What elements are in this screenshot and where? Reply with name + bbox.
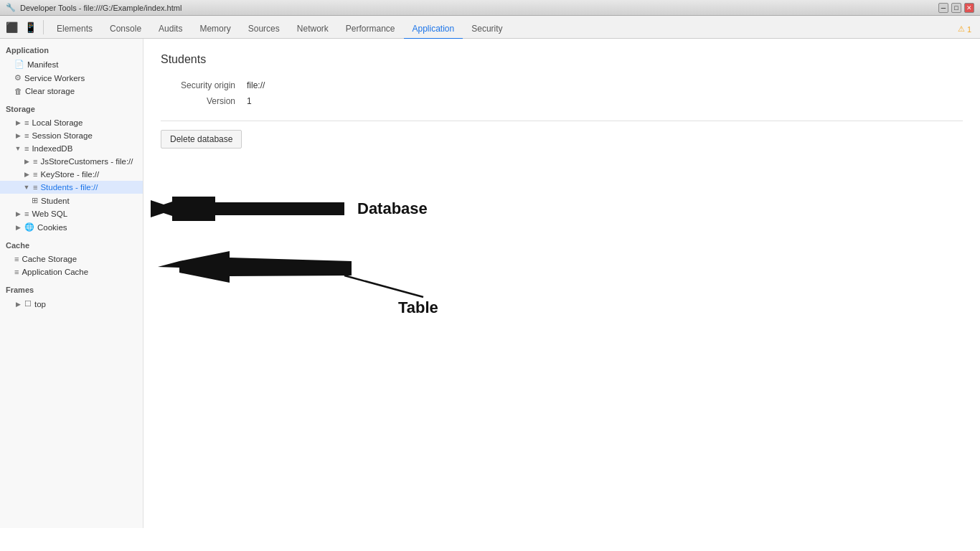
top-frame-icon: ☐ — [24, 299, 32, 309]
expand-icon-session-storage: ▶ — [14, 132, 22, 139]
sidebar-label-service-workers: Service Workers — [24, 74, 85, 83]
security-origin-label: Security origin — [161, 77, 247, 93]
svg-marker-5 — [158, 251, 352, 283]
sidebar-item-manifest[interactable]: 📄 Manifest — [0, 57, 143, 71]
sidebar-label-application-cache: Application Cache — [22, 268, 88, 276]
toolbar-separator — [43, 20, 44, 34]
title-bar-text: Developer Tools - file:///G:/Example/ind… — [20, 4, 182, 12]
sidebar-label-local-storage: Local Storage — [32, 118, 83, 127]
web-sql-icon: ≡ — [24, 209, 29, 218]
tab-console[interactable]: Console — [101, 19, 150, 39]
warning-count: 1 — [967, 25, 971, 34]
sidebar-item-keystore[interactable]: ▶ ≡ KeyStore - file:// — [0, 168, 143, 181]
expand-icon-web-sql: ▶ — [14, 210, 22, 217]
version-label: Version — [161, 93, 247, 109]
content-area: Students Security origin file:// Version… — [143, 39, 980, 528]
minimize-button[interactable]: ─ — [938, 3, 948, 13]
tab-security[interactable]: Security — [463, 19, 511, 39]
sidebar-item-clear-storage[interactable]: 🗑 Clear storage — [0, 85, 143, 98]
tab-sources[interactable]: Sources — [240, 19, 288, 39]
sidebar-section-cache: Cache — [0, 234, 143, 253]
tab-network[interactable]: Network — [288, 19, 337, 39]
local-storage-icon: ≡ — [24, 118, 29, 127]
tab-memory[interactable]: Memory — [191, 19, 239, 39]
sidebar-item-web-sql[interactable]: ▶ ≡ Web SQL — [0, 207, 143, 220]
sidebar-label-indexeddb: IndexedDB — [32, 144, 72, 153]
sidebar-item-indexeddb[interactable]: ▼ ≡ IndexedDB — [0, 142, 143, 155]
sidebar: Application 📄 Manifest ⚙ Service Workers… — [0, 39, 143, 528]
jsstorecustomers-icon: ≡ — [33, 157, 37, 166]
table-label: Table — [398, 298, 438, 316]
sidebar-section-application: Application — [0, 39, 143, 57]
info-table: Security origin file:// Version 1 — [161, 77, 276, 109]
warning-icon: ⚠ — [958, 24, 965, 34]
sidebar-label-keystore: KeyStore - file:// — [40, 170, 99, 179]
cache-storage-icon: ≡ — [14, 255, 19, 263]
sidebar-item-jsstorecustomers[interactable]: ▶ ≡ JsStoreCustomers - file:// — [0, 155, 143, 168]
students-db-icon: ≡ — [33, 183, 37, 192]
sidebar-item-local-storage[interactable]: ▶ ≡ Local Storage — [0, 116, 143, 129]
content-title: Students — [161, 53, 963, 66]
indexeddb-icon: ≡ — [24, 144, 29, 153]
tab-application[interactable]: Application — [404, 19, 463, 39]
sidebar-label-student-table: Student — [41, 197, 70, 205]
tab-performance[interactable]: Performance — [337, 19, 404, 39]
svg-line-4 — [228, 267, 352, 268]
expand-icon-indexeddb: ▼ — [14, 145, 22, 152]
cookies-icon: 🌐 — [24, 222, 34, 232]
database-label: Database — [357, 199, 428, 217]
expand-icon-students-db: ▼ — [23, 184, 30, 191]
student-table-icon: ⊞ — [32, 196, 38, 205]
version-value: 1 — [247, 93, 276, 109]
warning-badge: ⚠ 1 — [958, 24, 977, 38]
sidebar-item-cache-storage[interactable]: ≡ Cache Storage — [0, 253, 143, 265]
svg-marker-3 — [151, 197, 344, 221]
security-origin-value: file:// — [247, 77, 276, 93]
title-bar: 🔧 Developer Tools - file:///G:/Example/i… — [0, 0, 980, 16]
devtools-favicon: 🔧 — [6, 3, 16, 12]
svg-line-6 — [344, 276, 423, 297]
dock-button[interactable]: ⬛ — [3, 19, 20, 36]
tab-elements[interactable]: Elements — [48, 19, 101, 39]
version-row: Version 1 — [161, 93, 276, 109]
expand-icon-keystore: ▶ — [23, 171, 30, 178]
sidebar-section-frames: Frames — [0, 278, 143, 297]
delete-database-button[interactable]: Delete database — [161, 130, 242, 149]
close-button[interactable]: ✕ — [964, 3, 974, 13]
expand-icon-local-storage: ▶ — [14, 119, 22, 126]
sidebar-item-students-db[interactable]: ▼ ≡ Students - file:// — [0, 181, 143, 194]
sidebar-item-cookies[interactable]: ▶ 🌐 Cookies — [0, 220, 143, 234]
expand-icon-jsstorecustomers: ▶ — [23, 158, 30, 165]
toolbar: ⬛ 📱 Elements Console Audits Memory Sourc… — [0, 16, 980, 39]
content-divider — [161, 121, 963, 121]
annotation-layer: Database Table — [143, 39, 980, 528]
sidebar-item-session-storage[interactable]: ▶ ≡ Session Storage — [0, 129, 143, 142]
application-cache-icon: ≡ — [14, 268, 19, 276]
sidebar-label-cache-storage: Cache Storage — [22, 255, 77, 263]
mobile-button[interactable]: 📱 — [22, 19, 39, 36]
sidebar-label-clear-storage: Clear storage — [25, 87, 75, 95]
clear-storage-icon: 🗑 — [14, 87, 22, 95]
manifest-icon: 📄 — [14, 60, 24, 69]
sidebar-item-application-cache[interactable]: ≡ Application Cache — [0, 265, 143, 278]
sidebar-label-cookies: Cookies — [37, 223, 67, 232]
sidebar-item-service-workers[interactable]: ⚙ Service Workers — [0, 71, 143, 85]
maximize-button[interactable]: □ — [951, 3, 961, 13]
tab-audits[interactable]: Audits — [150, 19, 191, 39]
sidebar-section-storage: Storage — [0, 98, 143, 116]
window-controls: ─ □ ✕ — [938, 3, 974, 13]
sidebar-label-jsstorecustomers: JsStoreCustomers - file:// — [40, 157, 133, 166]
sidebar-label-manifest: Manifest — [27, 60, 58, 69]
sidebar-label-students-db: Students - file:// — [40, 183, 98, 192]
sidebar-item-student-table[interactable]: ⊞ Student — [0, 194, 143, 207]
keystore-icon: ≡ — [33, 170, 37, 179]
expand-icon-top: ▶ — [14, 301, 22, 308]
session-storage-icon: ≡ — [24, 131, 29, 140]
sidebar-label-top: top — [34, 300, 46, 309]
sidebar-label-session-storage: Session Storage — [32, 131, 92, 140]
sidebar-item-top[interactable]: ▶ ☐ top — [0, 297, 143, 311]
service-workers-icon: ⚙ — [14, 73, 22, 83]
main-layout: Application 📄 Manifest ⚙ Service Workers… — [0, 39, 980, 528]
expand-icon-cookies: ▶ — [14, 224, 22, 231]
security-origin-row: Security origin file:// — [161, 77, 276, 93]
